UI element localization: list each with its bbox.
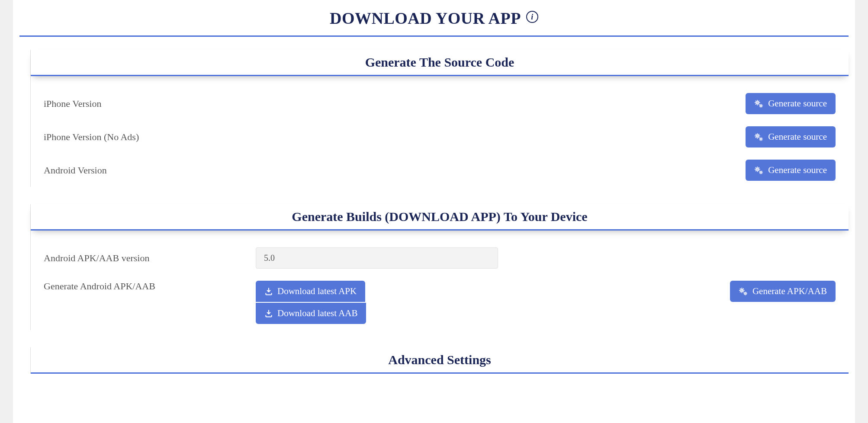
label-generate-apk: Generate Android APK/AAB bbox=[44, 281, 256, 292]
label-iphone-noads: iPhone Version (No Ads) bbox=[44, 131, 256, 143]
download-latest-apk-button[interactable]: Download latest APK bbox=[256, 281, 365, 302]
page-header: DOWNLOAD YOUR APP i bbox=[19, 9, 849, 37]
download-button-stack: Download latest APK Download latest AAB bbox=[256, 281, 730, 324]
svg-point-4 bbox=[757, 168, 759, 170]
button-label: Generate source bbox=[768, 98, 827, 109]
button-label: Generate APK/AAB bbox=[752, 286, 827, 297]
page-title-text: DOWNLOAD YOUR APP bbox=[330, 9, 521, 28]
generate-source-iphone-noads-button[interactable]: Generate source bbox=[746, 126, 836, 147]
generate-apk-aab-button[interactable]: Generate APK/AAB bbox=[730, 281, 836, 302]
label-apk-version: Android APK/AAB version bbox=[44, 253, 256, 264]
svg-point-3 bbox=[760, 138, 762, 140]
svg-point-1 bbox=[760, 105, 762, 106]
download-latest-aab-button[interactable]: Download latest AAB bbox=[256, 303, 366, 324]
svg-point-5 bbox=[760, 172, 762, 173]
row-generate-apk: Generate Android APK/AAB Download latest… bbox=[31, 275, 849, 330]
download-icon bbox=[264, 287, 273, 296]
gears-icon bbox=[754, 133, 764, 141]
label-iphone-version: iPhone Version bbox=[44, 98, 256, 109]
svg-point-7 bbox=[745, 293, 746, 294]
section-source-code: Generate The Source Code iPhone Version … bbox=[30, 50, 849, 187]
row-iphone-version: iPhone Version Generate source bbox=[31, 87, 849, 120]
section-builds-title: Generate Builds (DOWNLOAD APP) To Your D… bbox=[31, 204, 849, 231]
generate-source-iphone-button[interactable]: Generate source bbox=[746, 93, 836, 114]
label-android-version: Android Version bbox=[44, 165, 256, 176]
button-label: Download latest AAB bbox=[277, 308, 357, 319]
section-source-title: Generate The Source Code bbox=[31, 50, 849, 76]
section-advanced: Advanced Settings bbox=[30, 347, 849, 374]
svg-point-2 bbox=[757, 135, 759, 137]
apk-version-input[interactable] bbox=[256, 247, 498, 269]
svg-point-0 bbox=[757, 102, 759, 103]
row-iphone-noads: iPhone Version (No Ads) Generate source bbox=[31, 120, 849, 154]
row-android-version: Android Version Generate source bbox=[31, 154, 849, 187]
section-advanced-title: Advanced Settings bbox=[31, 347, 849, 374]
button-label: Generate source bbox=[768, 165, 827, 176]
gears-icon bbox=[739, 287, 748, 296]
page-title: DOWNLOAD YOUR APP i bbox=[330, 9, 538, 28]
row-apk-version: Android APK/AAB version bbox=[31, 241, 849, 275]
generate-source-android-button[interactable]: Generate source bbox=[746, 160, 836, 181]
button-label: Generate source bbox=[768, 131, 827, 142]
download-icon bbox=[264, 309, 273, 318]
section-builds: Generate Builds (DOWNLOAD APP) To Your D… bbox=[30, 204, 849, 330]
gears-icon bbox=[754, 166, 764, 175]
page-container: DOWNLOAD YOUR APP i Generate The Source … bbox=[13, 0, 855, 423]
gears-icon bbox=[754, 99, 764, 108]
button-label: Download latest APK bbox=[277, 286, 357, 297]
info-icon[interactable]: i bbox=[526, 11, 538, 23]
svg-point-6 bbox=[741, 289, 743, 291]
